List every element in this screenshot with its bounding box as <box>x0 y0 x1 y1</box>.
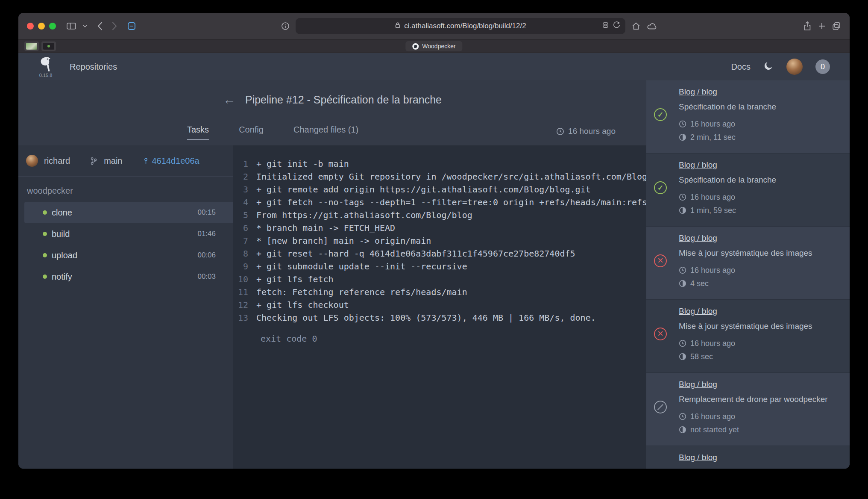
log-line-text: From https://git.athaliasoft.com/Blog/bl… <box>256 209 472 221</box>
duration-text: 58 sec <box>690 352 713 361</box>
log-line: 13 Checking out LFS objects: 100% (573/5… <box>237 311 646 324</box>
new-tab-icon[interactable] <box>818 22 826 30</box>
pinned-tab-1[interactable] <box>24 41 39 51</box>
pipeline-list-item[interactable]: Blog / blog Remplacement de drone par wo… <box>646 446 850 469</box>
pipeline-list-item[interactable]: Blog / blog Spécification de la branche … <box>646 80 850 154</box>
commit-link[interactable]: 4614d1e06a <box>142 156 199 166</box>
pipeline-list-sidebar: Blog / blog Spécification de la branche … <box>646 80 850 469</box>
duration-icon <box>679 280 686 287</box>
cloud-tabs-icon[interactable] <box>647 22 658 30</box>
back-arrow-icon[interactable]: ← <box>223 93 236 106</box>
duration-icon <box>679 353 686 360</box>
nav-repositories-link[interactable]: Repositories <box>70 62 117 72</box>
log-line-number[interactable]: 5 <box>237 209 248 221</box>
pipeline-tab[interactable]: Config <box>239 125 264 140</box>
pipeline-tab[interactable]: Changed files (1) <box>293 125 358 140</box>
zoom-window-button[interactable] <box>49 23 56 30</box>
log-line-number[interactable]: 6 <box>237 221 248 234</box>
task-list: clone 00:15 build 01:46 upload <box>18 202 233 287</box>
log-line: 6 * branch main -> FETCH_HEAD <box>237 221 646 234</box>
close-window-button[interactable] <box>27 23 34 30</box>
time-ago-text: 16 hours ago <box>690 193 735 202</box>
page-info-icon[interactable] <box>281 22 290 30</box>
pipeline-time: 16 hours ago <box>556 127 616 136</box>
task-row[interactable]: clone 00:15 <box>24 202 233 223</box>
user-avatar[interactable] <box>786 59 803 75</box>
commit-message: Remplacement de drone par woodpecker <box>679 467 841 469</box>
time-ago-text: 16 hours ago <box>690 120 735 129</box>
reload-icon[interactable] <box>613 21 620 31</box>
duration-text: 1 min, 59 sec <box>690 206 736 215</box>
log-line-number[interactable]: 2 <box>237 170 248 183</box>
log-line-text: * branch main -> FETCH_HEAD <box>256 221 395 234</box>
task-row[interactable]: build 01:46 <box>24 223 233 245</box>
log-line-number[interactable]: 8 <box>237 247 248 260</box>
time-ago-text: 16 hours ago <box>690 412 735 421</box>
tasks-panel: richard main 4614d1e06a woodpeck <box>18 145 233 469</box>
log-line-text: + git remote add origin https://git.atha… <box>256 183 591 196</box>
log-line-number[interactable]: 12 <box>237 298 248 311</box>
exit-code: exit code 0 <box>261 334 646 344</box>
extension-icon[interactable] <box>602 22 609 30</box>
log-line-text: * [new branch] main -> origin/main <box>256 234 431 247</box>
commit-message: Mise à jour systématique des images <box>679 248 841 259</box>
task-row[interactable]: upload 00:06 <box>24 245 233 266</box>
repo-link[interactable]: Blog / blog <box>679 306 717 317</box>
task-status-dot <box>43 275 47 279</box>
log-line-number[interactable]: 11 <box>237 286 248 298</box>
log-line-number[interactable]: 1 <box>237 157 248 170</box>
repo-link[interactable]: Blog / blog <box>679 159 717 171</box>
commit-message: Spécification de la branche <box>679 174 841 186</box>
pipeline-tab[interactable]: Tasks <box>187 125 209 140</box>
log-line: 4 + git fetch --no-tags --depth=1 --filt… <box>237 196 646 209</box>
duration-icon <box>679 207 686 214</box>
repo-link[interactable]: Blog / blog <box>679 379 717 390</box>
window-controls <box>27 23 56 30</box>
task-row[interactable]: notify 00:03 <box>24 266 233 287</box>
browser-tab-bar: Woodpecker <box>18 40 850 53</box>
pipeline-list-item[interactable]: Blog / blog Remplacement de drone par wo… <box>646 373 850 446</box>
log-line-number[interactable]: 13 <box>237 311 248 324</box>
share-icon[interactable] <box>803 21 812 31</box>
duration-text: 4 sec <box>690 279 709 288</box>
duration-icon <box>679 426 686 434</box>
queue-count-badge[interactable]: 0 <box>815 59 830 74</box>
pipeline-status-icon <box>654 254 667 267</box>
build-meta: richard main 4614d1e06a <box>18 145 233 176</box>
pinned-tab-favicon <box>43 43 54 50</box>
minimize-window-button[interactable] <box>38 23 45 30</box>
log-line-text: + git init -b main <box>256 157 349 170</box>
log-line-text: + git submodule update --init --recursiv… <box>256 260 467 273</box>
repo-link[interactable]: Blog / blog <box>679 86 717 97</box>
clock-icon <box>556 127 564 136</box>
home-icon[interactable] <box>631 21 641 31</box>
pinned-tab-2[interactable] <box>41 41 56 51</box>
woodpecker-logo[interactable]: 0.15.8 <box>38 56 53 78</box>
repo-link[interactable]: Blog / blog <box>679 233 717 244</box>
log-line-number[interactable]: 7 <box>237 234 248 247</box>
task-status-dot <box>43 232 47 236</box>
repo-link[interactable]: Blog / blog <box>679 452 717 463</box>
lock-icon <box>395 22 401 31</box>
chevron-down-icon[interactable] <box>82 24 88 28</box>
forward-button-icon[interactable] <box>111 21 117 31</box>
pipeline-list-item[interactable]: Blog / blog Mise à jour systématique des… <box>646 300 850 373</box>
log-line-number[interactable]: 3 <box>237 183 248 196</box>
log-line-number[interactable]: 4 <box>237 196 248 209</box>
pipeline-list-item[interactable]: Blog / blog Mise à jour systématique des… <box>646 227 850 300</box>
nav-docs-link[interactable]: Docs <box>731 62 751 72</box>
back-button-icon[interactable] <box>97 21 103 31</box>
log-line-number[interactable]: 10 <box>237 273 248 286</box>
theme-toggle-moon-icon[interactable] <box>763 61 774 73</box>
clock-icon <box>679 193 686 201</box>
new-page-icon[interactable] <box>127 21 136 31</box>
url-text: ci.athaliasoft.com/Blog/blog/build/12/2 <box>404 22 526 30</box>
tab-overview-icon[interactable] <box>832 21 841 31</box>
pipeline-list-item[interactable]: Blog / blog Spécification de la branche … <box>646 154 850 227</box>
log-line-text: Checking out LFS objects: 100% (573/573)… <box>256 311 596 324</box>
active-browser-tab[interactable]: Woodpecker <box>405 41 462 51</box>
address-bar[interactable]: ci.athaliasoft.com/Blog/blog/build/12/2 <box>296 18 625 34</box>
log-line-number[interactable]: 9 <box>237 260 248 273</box>
sidebar-toggle-icon[interactable] <box>66 22 76 30</box>
duration-text: not started yet <box>690 425 739 434</box>
